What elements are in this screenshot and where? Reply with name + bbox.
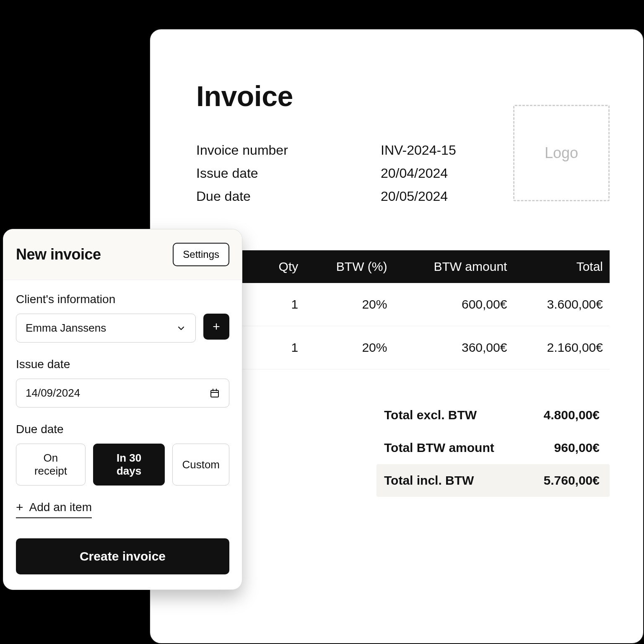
- total-excl-value: 4.800,00€: [544, 408, 600, 422]
- issue-date-label: Issue date: [16, 358, 229, 371]
- new-invoice-modal: New invoice Settings Client's informatio…: [3, 229, 242, 590]
- add-item-button[interactable]: + Add an item: [16, 501, 92, 518]
- cell-qty: 1: [260, 283, 305, 326]
- table-header-row: ption Qty BTW (%) BTW amount Total: [196, 250, 610, 283]
- total-btw-label: Total BTW amount: [384, 441, 494, 455]
- cell-btw-amount: 600,00€: [394, 283, 514, 326]
- total-incl-row: Total incl. BTW 5.760,00€: [377, 464, 610, 497]
- total-excl-label: Total excl. BTW: [384, 408, 477, 422]
- col-btw-amount: BTW amount: [394, 250, 514, 283]
- due-date-field-group: Due date On receipt In 30 days Custom: [16, 423, 229, 486]
- table-row: 1 20% 600,00€ 3.600,00€: [196, 283, 610, 326]
- table-row: 1 20% 360,00€ 2.160,00€: [196, 326, 610, 369]
- client-section-label: Client's information: [16, 293, 229, 306]
- modal-header: New invoice Settings: [3, 229, 242, 280]
- issue-date-value: 14/09/2024: [26, 387, 80, 400]
- cell-total: 2.160,00€: [514, 326, 610, 369]
- client-select[interactable]: Emma Janssens: [16, 314, 196, 343]
- logo-placeholder-label: Logo: [545, 144, 578, 162]
- total-btw-value: 960,00€: [554, 441, 600, 455]
- issue-date-field-group: Issue date 14/09/2024: [16, 358, 229, 408]
- invoice-number-label: Invoice number: [196, 143, 381, 158]
- cell-btw-pct: 20%: [305, 326, 394, 369]
- calendar-icon: [210, 388, 220, 398]
- total-incl-label: Total incl. BTW: [384, 473, 474, 488]
- modal-title: New invoice: [16, 246, 101, 263]
- totals-block: Total excl. BTW 4.800,00€ Total BTW amou…: [377, 399, 610, 497]
- logo-placeholder[interactable]: Logo: [513, 105, 610, 201]
- chevron-down-icon: [176, 323, 186, 333]
- client-selected-value: Emma Janssens: [26, 322, 106, 335]
- client-field-group: Client's information Emma Janssens +: [16, 293, 229, 343]
- add-item-label: Add an item: [29, 501, 92, 514]
- cell-total: 3.600,00€: [514, 283, 610, 326]
- cell-qty: 1: [260, 326, 305, 369]
- issue-date-input[interactable]: 14/09/2024: [16, 379, 229, 408]
- due-option-on-receipt[interactable]: On receipt: [16, 444, 86, 486]
- plus-icon: +: [213, 320, 220, 333]
- col-total: Total: [514, 250, 610, 283]
- line-items-table: ption Qty BTW (%) BTW amount Total 1 20%…: [196, 250, 610, 369]
- due-option-30-days[interactable]: In 30 days: [93, 444, 165, 486]
- col-btw-pct: BTW (%): [305, 250, 394, 283]
- due-option-custom[interactable]: Custom: [172, 444, 229, 486]
- total-btw-row: Total BTW amount 960,00€: [377, 431, 610, 464]
- total-excl-row: Total excl. BTW 4.800,00€: [377, 399, 610, 431]
- total-incl-value: 5.760,00€: [544, 473, 600, 488]
- add-client-button[interactable]: +: [203, 314, 229, 340]
- due-date-label: Due date: [16, 423, 229, 436]
- due-date-label: Due date: [196, 189, 381, 204]
- settings-button[interactable]: Settings: [173, 243, 229, 266]
- cell-btw-pct: 20%: [305, 283, 394, 326]
- issue-date-label: Issue date: [196, 166, 381, 181]
- svg-rect-0: [211, 390, 218, 397]
- cell-btw-amount: 360,00€: [394, 326, 514, 369]
- col-qty: Qty: [260, 250, 305, 283]
- plus-icon: +: [16, 501, 23, 514]
- create-invoice-button[interactable]: Create invoice: [16, 538, 229, 574]
